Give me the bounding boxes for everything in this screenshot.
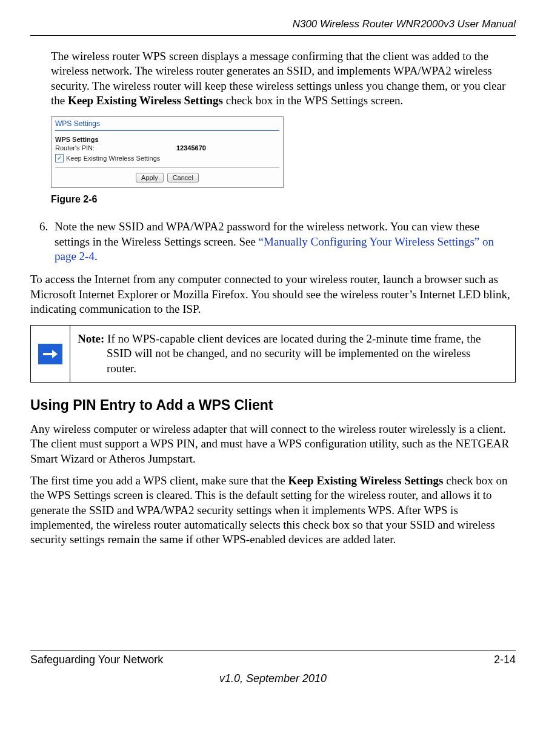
wps-panel-title: WPS Settings	[52, 117, 283, 129]
pin-entry-paragraph-2: The first time you add a WPS client, mak…	[30, 473, 516, 547]
pin-entry-paragraph-1: Any wireless computer or wireless adapte…	[30, 422, 516, 466]
wps-settings-panel: WPS Settings WPS Settings Router's PIN: …	[51, 116, 284, 188]
note-arrow-icon	[38, 344, 62, 364]
list-item-6: Note the new SSID and WPA/WPA2 password …	[51, 219, 516, 264]
note-line2: SSID will not be changed, and no securit…	[78, 346, 508, 361]
para4-bold: Keep Existing Wireless Settings	[288, 474, 443, 487]
note-label: Note:	[78, 332, 104, 345]
para4-pre: The first time you add a WPS client, mak…	[30, 474, 288, 487]
note-line3: router.	[78, 361, 508, 376]
intro-paragraph: The wireless router WPS screen displays …	[51, 49, 516, 108]
footer-left: Safeguarding Your Network	[30, 654, 163, 666]
intro-text-bold: Keep Existing Wireless Settings	[68, 94, 223, 107]
note-icon-cell	[31, 326, 70, 382]
page-header: N300 Wireless Router WNR2000v3 User Manu…	[30, 18, 516, 36]
keep-settings-label: Keep Existing Wireless Settings	[66, 155, 160, 162]
keep-settings-checkbox[interactable]: ✓	[55, 154, 64, 162]
figure-caption: Figure 2-6	[51, 194, 516, 205]
divider	[55, 167, 279, 168]
router-pin-value: 12345670	[176, 144, 206, 152]
section-heading: Using PIN Entry to Add a WPS Client	[30, 397, 516, 413]
keep-settings-row: ✓ Keep Existing Wireless Settings	[52, 153, 283, 167]
numbered-list: Note the new SSID and WPA/WPA2 password …	[30, 219, 516, 264]
note-text: Note: If no WPS-capable client devices a…	[70, 326, 515, 382]
apply-button[interactable]: Apply	[136, 173, 164, 182]
router-pin-row: Router's PIN: 12345670	[52, 143, 283, 153]
footer-row: Safeguarding Your Network 2-14	[30, 654, 516, 666]
note-box: Note: If no WPS-capable client devices a…	[30, 325, 516, 383]
list6-text-b: .	[95, 250, 98, 263]
wps-subheading: WPS Settings	[52, 136, 283, 143]
footer-page-number: 2-14	[494, 654, 516, 666]
note-line1: If no WPS-capable client devices are loc…	[104, 332, 481, 345]
intro-text-post: check box in the WPS Settings screen.	[223, 94, 403, 107]
figure-2-6: WPS Settings WPS Settings Router's PIN: …	[51, 116, 516, 188]
cancel-button[interactable]: Cancel	[167, 173, 199, 182]
footer-rule	[30, 651, 516, 651]
access-internet-paragraph: To access the Internet from any computer…	[30, 272, 516, 316]
wps-button-row: Apply Cancel	[52, 172, 283, 187]
footer-center: v1.0, September 2010	[30, 672, 516, 685]
router-pin-label: Router's PIN:	[55, 144, 176, 152]
divider	[55, 130, 279, 131]
